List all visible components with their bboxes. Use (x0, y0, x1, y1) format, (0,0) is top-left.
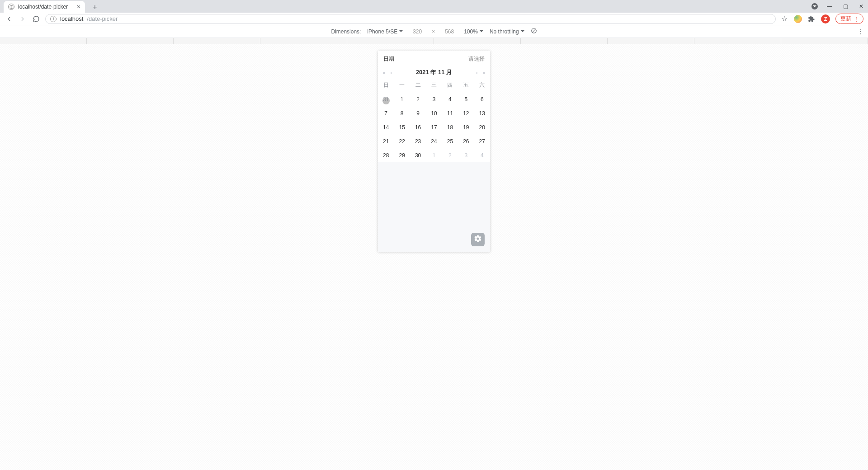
weekday-header: 五 (458, 78, 474, 92)
browser-tab[interactable]: localhost/date-picker × (4, 1, 85, 13)
window-controls: — ▢ ✕ (811, 0, 865, 13)
gear-icon (474, 235, 482, 244)
calendar-day[interactable]: 7 (378, 106, 394, 120)
calendar-day[interactable]: 10 (426, 106, 442, 120)
calendar-day[interactable]: 3 (458, 148, 474, 162)
calendar-day[interactable]: 2 (410, 92, 426, 106)
maximize-button[interactable]: ▢ (841, 1, 850, 11)
throttling-select[interactable]: No throttling (490, 28, 524, 35)
mobile-viewport: 日期 请选择 « ‹ 2021 年 11 月 › » 日一二三四五六 31123… (378, 51, 490, 252)
touch-indicator-icon (382, 97, 390, 104)
dimensions-label: Dimensions: (331, 28, 361, 35)
reload-button[interactable] (32, 14, 41, 24)
update-button[interactable]: 更新 (835, 14, 863, 24)
height-input[interactable] (441, 28, 458, 35)
device-select[interactable]: iPhone 5/SE (367, 28, 403, 35)
device-toolbar: Dimensions: iPhone 5/SE × 100% No thrott… (0, 25, 868, 38)
next-year-button[interactable]: » (482, 69, 486, 76)
calendar-nav: « ‹ 2021 年 11 月 › » (378, 67, 490, 78)
weekday-header: 二 (410, 78, 426, 92)
calendar-day[interactable]: 11 (442, 106, 458, 120)
calendar-day[interactable]: 14 (378, 120, 394, 134)
devtools-canvas: 日期 请选择 « ‹ 2021 年 11 月 › » 日一二三四五六 31123… (0, 44, 868, 470)
calendar-day[interactable]: 17 (426, 120, 442, 134)
new-tab-button[interactable]: + (90, 2, 100, 13)
prev-year-button[interactable]: « (382, 69, 386, 76)
minimize-button[interactable]: — (825, 1, 834, 11)
calendar-day[interactable]: 4 (442, 92, 458, 106)
back-button[interactable] (5, 14, 14, 24)
prev-month-button[interactable]: ‹ (390, 69, 392, 76)
zoom-select[interactable]: 100% (464, 28, 483, 35)
url-path: /date-picker (87, 15, 118, 22)
calendar-day[interactable]: 21 (378, 134, 394, 148)
url-host: localhost (60, 15, 83, 22)
calendar-day[interactable]: 19 (458, 120, 474, 134)
weekday-header: 日 (378, 78, 394, 92)
calendar-day[interactable]: 6 (474, 92, 490, 106)
devtools-ruler (0, 38, 868, 44)
globe-icon (8, 4, 14, 10)
profile-avatar-icon[interactable] (794, 15, 802, 23)
calendar-day[interactable]: 25 (442, 134, 458, 148)
calendar-day[interactable]: 8 (394, 106, 410, 120)
calendar-day[interactable]: 28 (378, 148, 394, 162)
calendar-day[interactable]: 23 (410, 134, 426, 148)
browser-toolbar: i localhost/date-picker ☆ Z 更新 (0, 13, 868, 25)
calendar-day[interactable]: 29 (394, 148, 410, 162)
calendar-day[interactable]: 1 (426, 148, 442, 162)
calendar-day[interactable]: 4 (474, 148, 490, 162)
bookmark-star-icon[interactable]: ☆ (780, 15, 788, 23)
calendar-grid: 日一二三四五六 31123456789101112131415161718192… (378, 78, 490, 162)
weekday-header: 四 (442, 78, 458, 92)
picker-label: 日期 (383, 55, 394, 63)
profile-badge[interactable]: Z (821, 14, 830, 24)
calendar-day[interactable]: 27 (474, 134, 490, 148)
weekday-header: 一 (394, 78, 410, 92)
calendar-day[interactable]: 13 (474, 106, 490, 120)
times-icon: × (432, 28, 435, 35)
calendar-day[interactable]: 2 (442, 148, 458, 162)
calendar-day[interactable]: 22 (394, 134, 410, 148)
picker-header: 日期 请选择 (378, 51, 490, 67)
address-bar[interactable]: i localhost/date-picker (45, 14, 776, 24)
settings-fab[interactable] (471, 233, 485, 246)
tab-title: localhost/date-picker (18, 4, 68, 10)
weekday-header: 三 (426, 78, 442, 92)
width-input[interactable] (409, 28, 425, 35)
calendar-day[interactable]: 1 (394, 92, 410, 106)
site-info-icon[interactable]: i (50, 16, 57, 22)
calendar-day[interactable]: 15 (394, 120, 410, 134)
extensions-icon[interactable] (807, 15, 816, 23)
toolbar-right: ☆ Z 更新 (780, 14, 863, 24)
calendar-day[interactable]: 16 (410, 120, 426, 134)
close-tab-icon[interactable]: × (77, 3, 80, 10)
calendar-title: 2021 年 11 月 (416, 68, 452, 76)
calendar-day[interactable]: 18 (442, 120, 458, 134)
rotate-icon[interactable] (531, 28, 537, 35)
calendar-day[interactable]: 26 (458, 134, 474, 148)
calendar-day[interactable]: 3 (426, 92, 442, 106)
calendar-day[interactable]: 12 (458, 106, 474, 120)
calendar-day[interactable]: 30 (410, 148, 426, 162)
account-dropdown-icon[interactable] (811, 3, 818, 9)
tab-strip: localhost/date-picker × + — ▢ ✕ (0, 0, 868, 13)
svg-line-2 (532, 29, 535, 33)
calendar-day[interactable]: 5 (458, 92, 474, 106)
calendar-day[interactable]: 24 (426, 134, 442, 148)
close-window-button[interactable]: ✕ (857, 1, 865, 11)
calendar-day[interactable]: 9 (410, 106, 426, 120)
next-month-button[interactable]: › (476, 69, 477, 76)
devtools-menu-icon[interactable]: ⋮ (857, 28, 863, 35)
calendar-day[interactable]: 31 (378, 92, 394, 106)
calendar-day[interactable]: 20 (474, 120, 490, 134)
picker-placeholder[interactable]: 请选择 (468, 55, 485, 63)
forward-button[interactable] (18, 14, 27, 24)
weekday-header: 六 (474, 78, 490, 92)
